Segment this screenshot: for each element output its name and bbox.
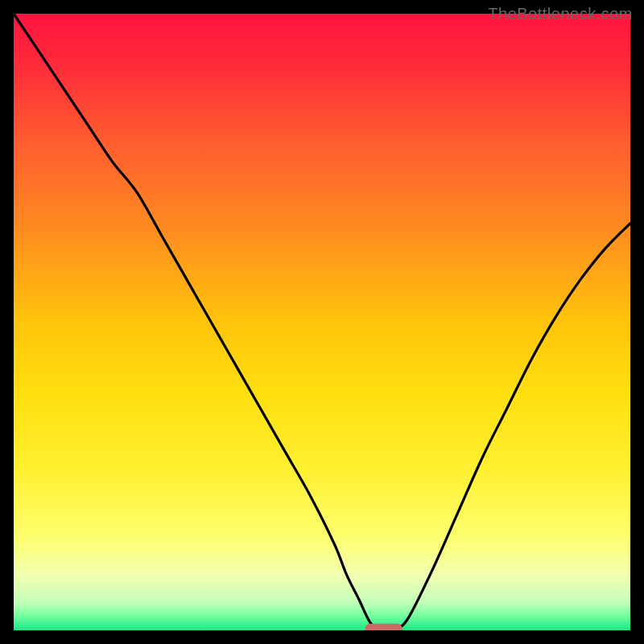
optimal-marker [365, 624, 402, 630]
gradient-background [14, 14, 630, 630]
chart-frame: TheBottleneck.com [0, 0, 644, 644]
watermark-text: TheBottleneck.com [488, 5, 633, 23]
bottleneck-chart-svg [14, 14, 630, 630]
plot-area [14, 14, 630, 630]
